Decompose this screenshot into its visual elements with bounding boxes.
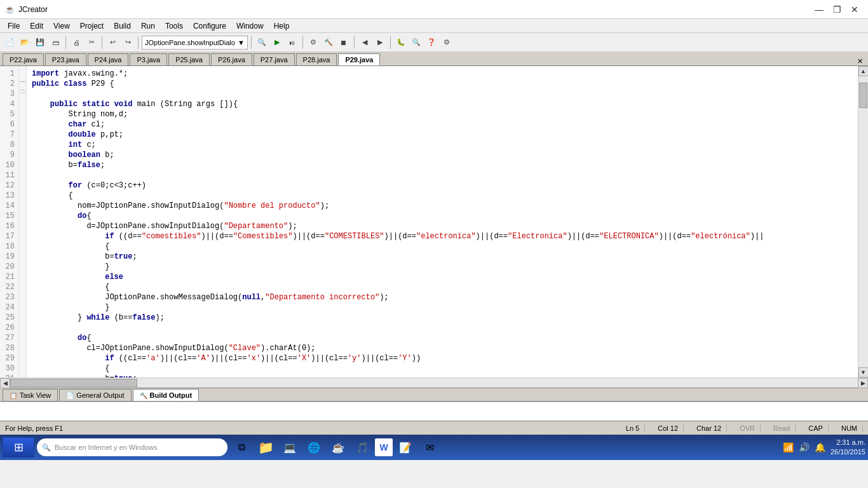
tab-p23[interactable]: P23.java	[45, 53, 86, 65]
tab-p28[interactable]: P28.java	[296, 53, 337, 65]
class-dropdown[interactable]: JOptionPane.showInputDialo ▼	[142, 36, 248, 50]
help-button[interactable]: ❓	[424, 36, 438, 50]
task-view-label: Task View	[20, 391, 51, 399]
cut-button[interactable]: ✂	[85, 36, 98, 50]
toolbar: 📄 📂 💾 🗃 🖨 ✂ ↩ ↪ JOptionPane.showInputDia…	[0, 33, 868, 52]
taskbar-media[interactable]: 🎵	[351, 436, 374, 459]
horizontal-scrollbar: ◀ ▶	[0, 377, 868, 388]
h-scroll-thumb[interactable]	[10, 379, 137, 387]
redo-button[interactable]: ↪	[121, 36, 135, 50]
tab-p26[interactable]: P26.java	[211, 53, 252, 65]
status-num: NUM	[836, 424, 863, 432]
taskbar-mail[interactable]: ✉	[418, 436, 441, 459]
menu-build[interactable]: Build	[109, 20, 136, 32]
h-scroll-track[interactable]	[10, 378, 858, 388]
open-button[interactable]: 📂	[18, 36, 32, 50]
menu-edit[interactable]: Edit	[25, 20, 48, 32]
next-button[interactable]: ▶	[373, 36, 387, 50]
collapse-area: — □	[19, 66, 27, 377]
search-button[interactable]: 🔍	[255, 36, 269, 50]
taskbar-chrome[interactable]: 🌐	[302, 436, 325, 459]
scroll-right-arrow[interactable]: ▶	[858, 378, 868, 388]
menu-run[interactable]: Run	[136, 20, 160, 32]
tabs-close-area: ✕	[855, 57, 868, 65]
clock-time: 2:31 a.m.	[831, 438, 865, 447]
taskbar-jcreator[interactable]: ☕	[327, 436, 349, 459]
maximize-button[interactable]: ❐	[829, 3, 845, 16]
taskbar-volume-icon[interactable]: 🔊	[799, 442, 810, 452]
undo-button[interactable]: ↩	[105, 36, 119, 50]
run-button[interactable]: ▶	[270, 36, 284, 50]
start-button[interactable]: ⊞	[3, 437, 34, 458]
save-button[interactable]: 💾	[33, 36, 47, 50]
toolbar-sep-6	[354, 36, 355, 49]
build-output-icon: 🔨	[140, 392, 147, 399]
tab-p27[interactable]: P27.java	[254, 53, 295, 65]
title-controls: — ❐ ✕	[811, 3, 863, 16]
tab-p29[interactable]: P29.java	[338, 53, 380, 65]
scroll-up-arrow[interactable]: ▲	[858, 66, 869, 76]
vertical-scrollbar: ▲ ▼	[858, 66, 868, 377]
app-icon: ☕	[5, 5, 15, 14]
scroll-thumb[interactable]	[859, 83, 867, 108]
toolbar-sep-3	[138, 36, 139, 49]
tab-p3[interactable]: P3.java	[130, 53, 167, 65]
tab-p25[interactable]: P25.java	[168, 53, 210, 65]
menu-window[interactable]: Window	[231, 20, 269, 32]
btab-general-output[interactable]: 📄 General Output	[59, 389, 131, 401]
bottom-output-area	[0, 402, 868, 421]
scroll-track[interactable]	[858, 76, 868, 367]
search-icon: 🔍	[42, 444, 51, 452]
start-icon: ⊞	[14, 440, 24, 454]
taskbar-word[interactable]: W	[375, 438, 393, 456]
close-button[interactable]: ✕	[846, 3, 863, 16]
taskbar-clock[interactable]: 2:31 a.m. 26/10/2015	[831, 438, 865, 458]
status-read: Read	[768, 424, 796, 432]
debug2-button[interactable]: 🔍	[409, 36, 423, 50]
menu-file[interactable]: File	[3, 20, 25, 32]
build-button[interactable]: 🔨	[322, 36, 336, 50]
status-ln: Ln 5	[621, 424, 645, 432]
run-sel-button[interactable]: ⏯	[285, 36, 299, 50]
prev-button[interactable]: ◀	[358, 36, 372, 50]
debug-button[interactable]: 🐛	[394, 36, 408, 50]
menu-view[interactable]: View	[48, 20, 75, 32]
taskbar-pinned-apps: ⧉ 📁 💻 🌐 ☕ 🎵 W 📝 ✉	[230, 436, 441, 459]
code-editor[interactable]: import javax.swing.*; public class P29 {…	[27, 66, 858, 377]
class-dropdown-arrow: ▼	[238, 39, 245, 46]
minimize-button[interactable]: —	[811, 3, 827, 16]
menu-help[interactable]: Help	[269, 20, 295, 32]
status-help: For Help, press F1	[5, 424, 621, 432]
build-output-label: Build Output	[150, 391, 193, 399]
clock-date: 26/10/2015	[831, 447, 865, 457]
taskbar-explorer[interactable]: 📁	[254, 436, 277, 459]
scroll-left-arrow[interactable]: ◀	[0, 378, 10, 388]
compile-button[interactable]: ⚙	[306, 36, 320, 50]
taskbar-search[interactable]: 🔍 Buscar en Internet y en Windows	[37, 438, 227, 456]
taskbar: ⊞ 🔍 Buscar en Internet y en Windows ⧉ 📁 …	[0, 435, 868, 460]
save-all-button[interactable]: 🗃	[48, 36, 62, 50]
options-button[interactable]: ⚙	[440, 36, 454, 50]
btab-build-output[interactable]: 🔨 Build Output	[133, 389, 200, 401]
taskbar-network-icon[interactable]: 📶	[783, 442, 794, 452]
stop-button[interactable]: ⏹	[337, 36, 351, 50]
btab-task-view[interactable]: 📋 Task View	[3, 389, 58, 401]
menu-configure[interactable]: Configure	[188, 20, 231, 32]
menu-tools[interactable]: Tools	[160, 20, 188, 32]
toolbar-sep-7	[390, 36, 391, 49]
scroll-down-arrow[interactable]: ▼	[858, 367, 869, 377]
general-output-icon: 📄	[66, 392, 74, 399]
taskbar-task-view[interactable]: ⧉	[230, 436, 253, 459]
task-view-icon: 📋	[10, 392, 17, 399]
new-button[interactable]: 📄	[3, 36, 17, 50]
menu-project[interactable]: Project	[75, 20, 109, 32]
print-button[interactable]: 🖨	[69, 36, 83, 50]
tab-close-icon[interactable]: ✕	[855, 57, 865, 65]
taskbar-notes[interactable]: 📝	[394, 436, 417, 459]
taskbar-computer[interactable]: 💻	[278, 436, 301, 459]
status-char: Char 12	[691, 424, 727, 432]
tab-p24[interactable]: P24.java	[88, 53, 129, 65]
taskbar-notification-icon[interactable]: 🔔	[815, 442, 825, 452]
toolbar-sep-1	[65, 36, 66, 49]
tab-p22[interactable]: P22.java	[3, 53, 44, 65]
